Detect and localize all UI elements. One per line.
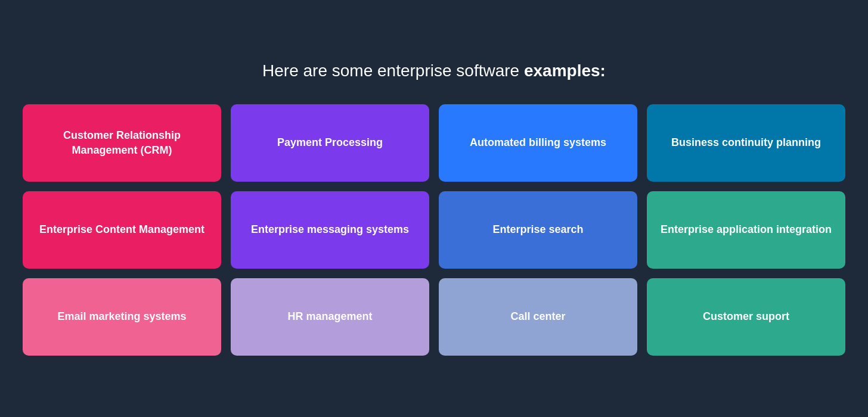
card-label-custsupport: Customer suport	[703, 309, 789, 324]
card-label-payment: Payment Processing	[277, 135, 383, 150]
card-callcenter[interactable]: Call center	[439, 278, 637, 356]
card-billing[interactable]: Automated billing systems	[439, 104, 637, 182]
title-bold: examples:	[524, 61, 606, 80]
card-custsupport[interactable]: Customer suport	[647, 278, 845, 356]
cards-grid: Customer Relationship Management (CRM)Pa…	[23, 104, 845, 356]
card-label-email: Email marketing systems	[57, 309, 186, 324]
card-label-hr: HR management	[287, 309, 372, 324]
card-hr[interactable]: HR management	[231, 278, 429, 356]
card-label-billing: Automated billing systems	[470, 135, 606, 150]
card-label-messaging: Enterprise messaging systems	[251, 222, 409, 237]
card-search[interactable]: Enterprise search	[439, 191, 637, 269]
card-messaging[interactable]: Enterprise messaging systems	[231, 191, 429, 269]
title-regular: Here are some enterprise software	[262, 61, 524, 80]
card-continuity[interactable]: Business continuity planning	[647, 104, 845, 182]
card-email[interactable]: Email marketing systems	[23, 278, 221, 356]
card-integration[interactable]: Enterprise application integration	[647, 191, 845, 269]
card-label-continuity: Business continuity planning	[671, 135, 821, 150]
card-label-search: Enterprise search	[492, 222, 583, 237]
card-payment[interactable]: Payment Processing	[231, 104, 429, 182]
card-label-ecm: Enterprise Content Management	[39, 222, 204, 237]
card-label-callcenter: Call center	[510, 309, 565, 324]
card-label-crm: Customer Relationship Management (CRM)	[35, 128, 209, 158]
card-ecm[interactable]: Enterprise Content Management	[23, 191, 221, 269]
page-title: Here are some enterprise software exampl…	[262, 61, 606, 80]
card-crm[interactable]: Customer Relationship Management (CRM)	[23, 104, 221, 182]
card-label-integration: Enterprise application integration	[661, 222, 832, 237]
